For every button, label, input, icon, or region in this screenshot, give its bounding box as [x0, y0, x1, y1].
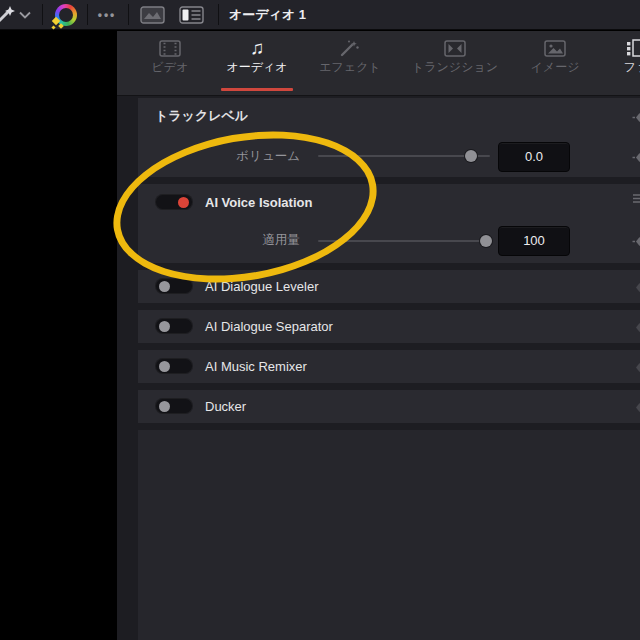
keyframe-icon[interactable]: [632, 280, 640, 293]
active-tab-underline: [221, 88, 293, 91]
amount-label: 適用量: [180, 232, 300, 249]
tab-audio[interactable]: ♫ オーディオ: [212, 37, 302, 91]
keyframe-icon[interactable]: [632, 234, 640, 247]
row-label: AI Music Remixer: [205, 359, 307, 374]
tab-label: ファ: [624, 61, 640, 73]
inspector-title: オーディオ 1: [229, 0, 306, 29]
toolbar-divider: [87, 4, 88, 25]
toolbar-divider: [42, 4, 43, 25]
tab-transitions[interactable]: トランジション: [397, 37, 513, 91]
color-ring: [55, 4, 77, 26]
keyframe-icon[interactable]: [632, 360, 640, 373]
voice-isolation-toggle[interactable]: [155, 194, 193, 210]
tab-image[interactable]: イメージ: [507, 37, 603, 91]
inspector-panel: ビデオ ♫ オーディオ エフェクト: [117, 31, 640, 640]
volume-label: ボリューム: [180, 148, 300, 165]
settings-lines-icon[interactable]: [632, 191, 640, 204]
volume-value-field[interactable]: 0.0: [498, 142, 570, 172]
magic-wand-tool-icon[interactable]: [0, 0, 17, 29]
tab-effects[interactable]: エフェクト: [302, 37, 398, 91]
tab-label: エフェクト: [319, 61, 380, 73]
tab-label: ビデオ: [152, 61, 189, 73]
toggle-knob: [159, 401, 170, 412]
ducker-toggle[interactable]: [155, 398, 193, 414]
top-toolbar: ••• オーディオ 1: [0, 0, 640, 30]
dialogue-separator-toggle[interactable]: [155, 318, 193, 334]
image-icon: [544, 37, 566, 57]
sparkle-icon: [58, 23, 64, 29]
keyframe-icon[interactable]: [632, 400, 640, 413]
film-icon: [159, 37, 181, 57]
tab-label: オーディオ: [226, 61, 287, 73]
magic-wand-icon: [340, 37, 360, 57]
more-options-icon[interactable]: •••: [90, 0, 124, 29]
chevron-down-icon[interactable]: [16, 0, 34, 29]
toolbar-divider: [128, 4, 129, 25]
keyframe-icon[interactable]: [632, 320, 640, 333]
music-note-icon: ♫: [250, 37, 264, 57]
row-label: Ducker: [205, 399, 246, 414]
toggle-knob: [159, 321, 170, 332]
voice-isolation-title: AI Voice Isolation: [205, 195, 312, 210]
file-icon: [626, 37, 640, 57]
music-remixer-toggle[interactable]: [155, 358, 193, 374]
sparkle-icon: [51, 25, 55, 29]
amount-slider-track[interactable]: [318, 240, 490, 242]
music-remixer-row[interactable]: AI Music Remixer: [138, 350, 640, 383]
keyframe-icon[interactable]: [632, 110, 640, 123]
color-ai-wheel-icon[interactable]: [52, 0, 80, 29]
section-title: トラックレベル: [155, 107, 248, 125]
transition-icon: [444, 37, 466, 57]
dialogue-leveler-row[interactable]: AI Dialogue Leveler: [138, 270, 640, 303]
dialogue-separator-row[interactable]: AI Dialogue Separator: [138, 310, 640, 343]
keyframe-icon[interactable]: [632, 150, 640, 163]
toolbar-divider: [218, 4, 219, 25]
row-label: AI Dialogue Separator: [205, 319, 333, 334]
dialogue-leveler-toggle[interactable]: [155, 278, 193, 294]
track-level-section: トラックレベル ボリューム 0.0: [138, 98, 640, 177]
volume-slider-handle[interactable]: [465, 150, 477, 162]
tab-video[interactable]: ビデオ: [130, 37, 210, 91]
inspector-empty-area: [138, 430, 640, 640]
viewer-panel-icon[interactable]: [137, 0, 167, 29]
voice-isolation-section: AI Voice Isolation 適用量 100: [138, 184, 640, 263]
toggle-knob: [159, 281, 170, 292]
toggle-knob: [178, 197, 189, 208]
inspector-panel-icon[interactable]: [176, 0, 206, 29]
ducker-row[interactable]: Ducker: [138, 390, 640, 423]
tab-label: トランジション: [412, 61, 498, 73]
row-label: AI Dialogue Leveler: [205, 279, 318, 294]
tab-label: イメージ: [531, 61, 580, 73]
toggle-knob: [159, 361, 170, 372]
tab-file[interactable]: ファ: [606, 37, 640, 91]
amount-slider-handle[interactable]: [480, 235, 492, 247]
inspector-tabs: ビデオ ♫ オーディオ エフェクト: [117, 31, 640, 96]
amount-value-field[interactable]: 100: [498, 226, 570, 256]
